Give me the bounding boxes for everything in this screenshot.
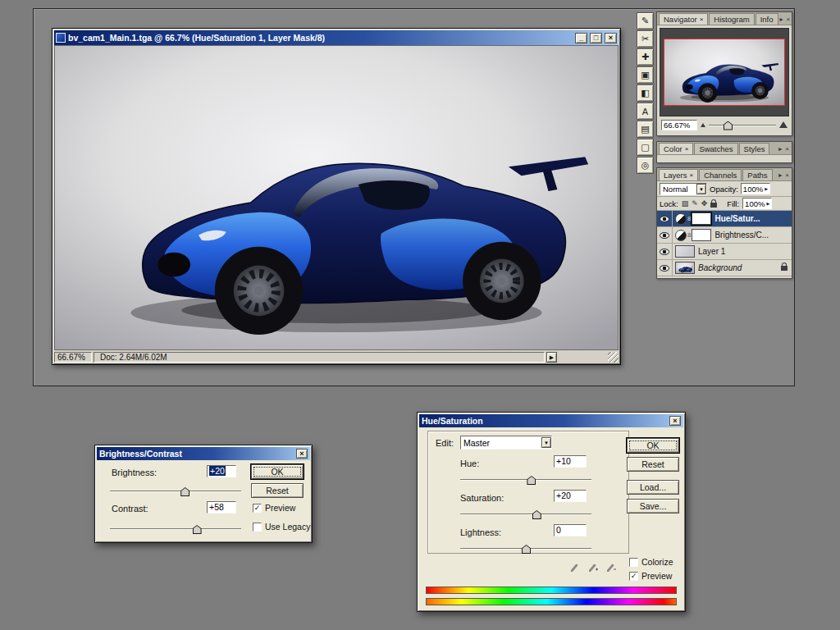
window-resize-grip[interactable] bbox=[608, 352, 619, 363]
scissors-tool-button[interactable]: ✂ bbox=[637, 30, 654, 48]
save-button[interactable]: Save... bbox=[627, 499, 679, 514]
tab-paths[interactable]: Paths bbox=[742, 169, 772, 180]
ok-button[interactable]: OK bbox=[251, 464, 304, 479]
eyedropper-icon[interactable] bbox=[570, 561, 580, 572]
pen-tool-button[interactable]: ✎ bbox=[637, 12, 654, 30]
saturation-slider[interactable] bbox=[460, 509, 591, 519]
panel-close-icon[interactable]: × bbox=[786, 16, 792, 23]
adjustment-layer-icon bbox=[675, 230, 687, 241]
canvas-image[interactable] bbox=[54, 45, 619, 350]
shape-tool-button[interactable]: ▤ bbox=[637, 121, 654, 138]
panel-menu-icon[interactable]: ▸ bbox=[778, 146, 783, 153]
document-titlebar[interactable]: bv_cam1_Main.1.tga @ 66.7% (Hue/Saturati… bbox=[54, 30, 619, 45]
fill-field[interactable]: 100% ▶ bbox=[742, 198, 772, 209]
tab-color[interactable]: Color× bbox=[659, 143, 693, 154]
navigator-zoom-slider[interactable] bbox=[709, 121, 776, 130]
panel-close-icon[interactable]: × bbox=[784, 172, 790, 179]
panel-menu-icon[interactable]: ▸ bbox=[778, 172, 783, 179]
healing-tool-button[interactable]: ✚ bbox=[637, 48, 654, 66]
lightness-slider[interactable] bbox=[460, 544, 591, 554]
navigator-view-box[interactable] bbox=[664, 39, 785, 106]
tab-info[interactable]: Info bbox=[756, 13, 778, 25]
edit-dropdown[interactable]: Master ▼ bbox=[460, 436, 552, 450]
tab-close-icon[interactable]: × bbox=[685, 146, 689, 153]
tab-close-icon[interactable]: × bbox=[690, 172, 694, 179]
panel-menu-icon[interactable]: ▸ bbox=[779, 16, 784, 23]
tab-navigator[interactable]: Navigator× bbox=[659, 13, 708, 25]
gradient-tool-button[interactable]: ◧ bbox=[637, 84, 654, 102]
hue-slider[interactable] bbox=[460, 475, 591, 485]
tab-layers[interactable]: Layers× bbox=[659, 169, 698, 180]
status-spacer bbox=[559, 352, 606, 363]
opacity-field[interactable]: 100% ▶ bbox=[741, 183, 770, 194]
lock-image-icon[interactable]: ✎ bbox=[692, 199, 698, 208]
hue-input[interactable]: +10 bbox=[554, 455, 587, 468]
blend-mode-dropdown[interactable]: Normal ▼ bbox=[660, 183, 707, 195]
type-tool-button[interactable]: A bbox=[637, 103, 654, 120]
eye-icon bbox=[660, 232, 669, 239]
load-button[interactable]: Load... bbox=[627, 480, 679, 495]
layer-thumbnail[interactable] bbox=[675, 245, 695, 258]
tab-swatches[interactable]: Swatches bbox=[694, 143, 737, 154]
zoom-in-icon[interactable] bbox=[779, 121, 788, 128]
zoom-level-field[interactable]: 66.67% bbox=[54, 352, 92, 363]
tab-channels[interactable]: Channels bbox=[699, 169, 742, 180]
layer-mask-thumbnail[interactable] bbox=[692, 212, 711, 225]
layer-thumbnail[interactable] bbox=[675, 262, 695, 274]
zoom-out-icon[interactable] bbox=[701, 123, 705, 127]
eyedropper-plus-icon[interactable] bbox=[588, 561, 598, 572]
ok-button[interactable]: OK bbox=[627, 438, 679, 453]
edit-label: Edit: bbox=[436, 438, 454, 448]
brightness-slider[interactable] bbox=[110, 486, 241, 496]
lock-position-icon[interactable]: ✥ bbox=[701, 199, 708, 208]
close-button[interactable]: × bbox=[605, 33, 617, 43]
panel-close-icon[interactable]: × bbox=[784, 146, 790, 153]
colorize-checkbox[interactable]: ✓Colorize bbox=[629, 557, 673, 567]
tab-histogram[interactable]: Histogram bbox=[709, 13, 754, 25]
layer-row-brightness-contrast[interactable]: 8 Brightness/C... bbox=[657, 227, 792, 244]
navigator-zoom-field[interactable]: 66.67% bbox=[661, 120, 697, 130]
lock-transparency-icon[interactable]: ▨ bbox=[682, 199, 689, 208]
lightness-input[interactable]: 0 bbox=[554, 524, 587, 536]
stamp-icon: ▣ bbox=[641, 70, 649, 80]
eyedropper-minus-icon[interactable] bbox=[606, 561, 616, 572]
lightness-label: Lightness: bbox=[460, 527, 501, 537]
contrast-slider[interactable] bbox=[110, 524, 241, 534]
visibility-toggle[interactable] bbox=[657, 211, 673, 226]
close-icon[interactable]: × bbox=[669, 416, 681, 426]
reset-button[interactable]: Reset bbox=[251, 483, 304, 498]
contrast-input[interactable]: +58 bbox=[207, 501, 236, 514]
close-icon[interactable]: × bbox=[296, 449, 308, 459]
layer-row-hue-saturation[interactable]: 8 Hue/Satur... bbox=[657, 211, 792, 227]
tab-close-icon[interactable]: × bbox=[700, 16, 704, 23]
brightness-input[interactable]: +20 bbox=[207, 465, 236, 477]
layer-row-layer1[interactable]: Layer 1 bbox=[657, 244, 792, 260]
dialog-titlebar[interactable]: Hue/Saturation × bbox=[419, 414, 683, 427]
tab-styles[interactable]: Styles bbox=[739, 143, 770, 154]
brightness-label: Brightness: bbox=[112, 468, 157, 477]
maximize-button[interactable]: □ bbox=[590, 33, 602, 43]
visibility-toggle[interactable] bbox=[657, 244, 673, 259]
layer-mask-thumbnail[interactable] bbox=[692, 229, 711, 241]
minimize-button[interactable]: _ bbox=[575, 33, 587, 43]
stamp-tool-button[interactable]: ▣ bbox=[637, 66, 654, 84]
preview-checkbox[interactable]: ✓Preview bbox=[629, 571, 672, 581]
annotation-tool-button[interactable]: ▢ bbox=[637, 139, 654, 156]
dialog-title: Brightness/Contrast bbox=[99, 449, 296, 459]
car-image bbox=[55, 46, 618, 349]
slider-arrow-icon[interactable]: ▶ bbox=[765, 187, 768, 191]
layer-row-background[interactable]: Background bbox=[657, 260, 792, 276]
slider-arrow-icon[interactable]: ▶ bbox=[766, 202, 769, 206]
navigator-preview[interactable] bbox=[660, 28, 789, 116]
saturation-input[interactable]: +20 bbox=[554, 490, 587, 502]
preview-checkbox[interactable]: ✓Preview bbox=[253, 503, 295, 513]
lock-all-icon[interactable] bbox=[710, 203, 717, 208]
status-menu-arrow-icon[interactable]: ▶ bbox=[546, 352, 557, 363]
use-legacy-checkbox[interactable]: ✓Use Legacy bbox=[253, 522, 310, 532]
visibility-toggle[interactable] bbox=[657, 227, 673, 243]
zoom-tool-button[interactable]: ◎ bbox=[637, 157, 654, 174]
reset-button[interactable]: Reset bbox=[627, 457, 679, 472]
dialog-title: Hue/Saturation bbox=[422, 416, 669, 426]
dialog-titlebar[interactable]: Brightness/Contrast × bbox=[97, 447, 310, 460]
visibility-toggle[interactable] bbox=[657, 260, 673, 276]
